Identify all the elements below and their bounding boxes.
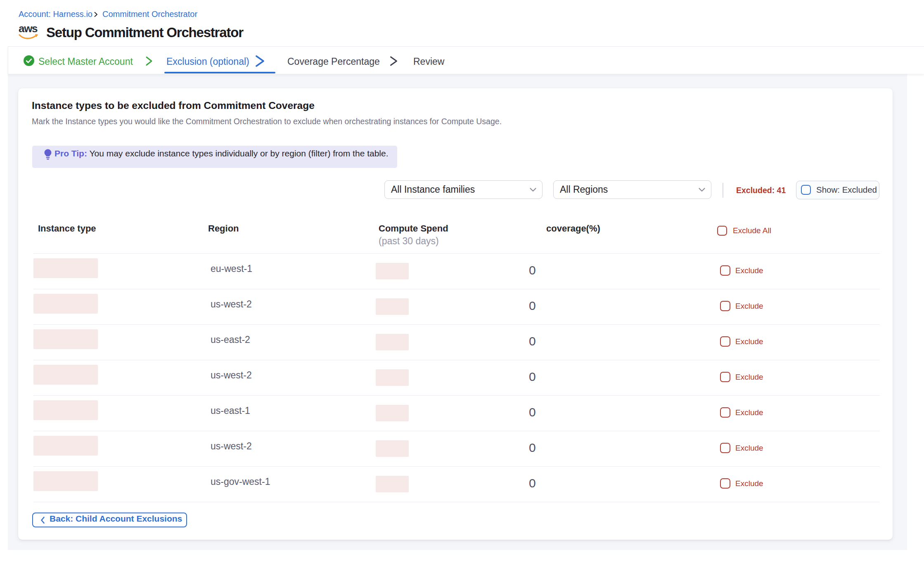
svg-text:aws: aws [19, 23, 38, 35]
